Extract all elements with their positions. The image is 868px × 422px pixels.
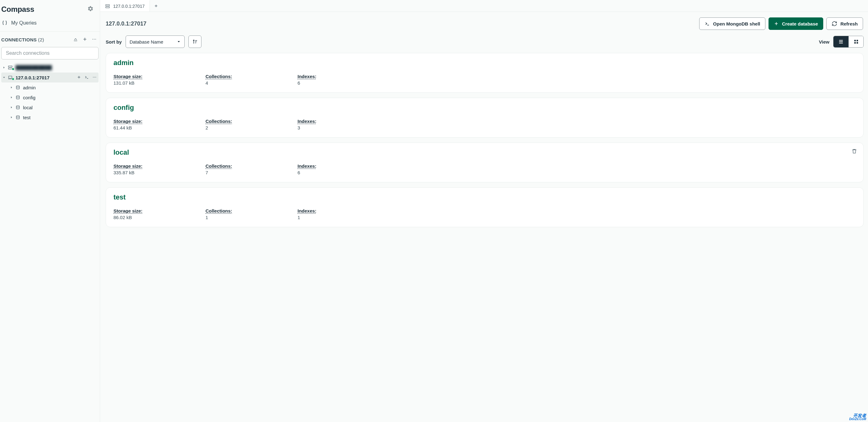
sort-select[interactable]: Database Name: [126, 35, 185, 48]
open-shell-button[interactable]: [84, 75, 89, 80]
chevron-right-icon: [9, 116, 14, 119]
collections-value: 2: [206, 125, 298, 131]
collections-value: 1: [206, 215, 298, 220]
indexes-stat: Indexes: 3: [298, 118, 390, 131]
search-connections-input[interactable]: [1, 47, 98, 59]
indexes-label: Indexes:: [298, 74, 316, 79]
connection-item-active[interactable]: 127.0.0.1:27017: [1, 73, 98, 82]
database-card[interactable]: config Storage size: 61.44 kB Collection…: [106, 98, 864, 138]
svg-point-8: [95, 77, 96, 78]
connections-count: (2): [38, 37, 44, 42]
new-tab-button[interactable]: [150, 0, 162, 11]
indexes-stat: Indexes: 1: [298, 208, 390, 220]
delete-database-button[interactable]: [851, 148, 857, 155]
collections-value: 7: [206, 170, 298, 175]
svg-rect-13: [106, 4, 110, 6]
indexes-value: 3: [298, 125, 390, 131]
ellipsis-icon: [92, 37, 97, 42]
view-grid-button[interactable]: [848, 36, 863, 47]
server-icon: [105, 4, 110, 9]
sidebar: Compass My Queries CONNECTIONS (2): [0, 0, 100, 422]
database-label: admin: [23, 85, 97, 90]
database-label: config: [23, 95, 97, 100]
connection-item[interactable]: ███████████: [1, 62, 98, 73]
storage-label: Storage size:: [114, 163, 143, 169]
open-shell-label: Open MongoDB shell: [713, 21, 761, 26]
connection-label: 127.0.0.1:27017: [16, 75, 77, 80]
storage-label: Storage size:: [114, 118, 143, 124]
storage-value: 335.87 kB: [114, 170, 206, 175]
connections-header: CONNECTIONS (2): [0, 32, 100, 46]
database-icon: [14, 105, 21, 110]
collapse-icon: [73, 37, 78, 42]
database-tree-item[interactable]: local: [1, 103, 98, 112]
refresh-button[interactable]: Refresh: [826, 18, 863, 30]
header-actions: Open MongoDB shell Create database Refre…: [699, 18, 863, 30]
view-list-button[interactable]: [834, 36, 848, 47]
status-dot-icon: [12, 68, 14, 70]
tab-connection[interactable]: 127.0.0.1:27017: [100, 0, 150, 11]
database-label: test: [23, 115, 97, 120]
svg-point-11: [16, 106, 19, 107]
collections-label: Collections:: [206, 163, 232, 169]
connections-more-button[interactable]: [92, 37, 97, 43]
my-queries-nav[interactable]: My Queries: [0, 17, 100, 32]
indexes-stat: Indexes: 6: [298, 74, 390, 86]
chevron-down-icon: [177, 40, 181, 44]
braces-icon: [2, 20, 7, 26]
storage-stat: Storage size: 61.44 kB: [114, 118, 206, 131]
search-connections: [1, 47, 98, 59]
database-name: config: [114, 104, 856, 112]
collections-label: Collections:: [206, 118, 232, 124]
chevron-right-icon: [9, 106, 14, 109]
connection-more-button[interactable]: [92, 75, 97, 80]
svg-rect-3: [8, 66, 12, 67]
indexes-value: 6: [298, 80, 390, 86]
collections-stat: Collections: 7: [206, 163, 298, 175]
toolbar-left: Sort by Database Name: [106, 35, 202, 48]
sort-direction-button[interactable]: [188, 35, 202, 48]
add-database-button[interactable]: [77, 75, 81, 80]
storage-value: 131.07 kB: [114, 80, 206, 86]
connection-tree: ███████████ 127.0.0.1:27017: [0, 62, 100, 122]
storage-label: Storage size:: [114, 208, 143, 214]
svg-point-0: [92, 39, 93, 39]
database-tree-item[interactable]: config: [1, 92, 98, 103]
database-icon: [14, 115, 21, 120]
add-connection-button[interactable]: [82, 37, 87, 43]
list-icon: [838, 39, 844, 45]
plus-icon: [82, 37, 87, 42]
svg-rect-15: [854, 40, 856, 41]
connections-label-text: CONNECTIONS: [1, 37, 37, 42]
svg-rect-16: [857, 40, 858, 41]
gear-icon: [87, 6, 94, 12]
storage-value: 86.02 kB: [114, 215, 206, 220]
refresh-label: Refresh: [840, 21, 858, 26]
my-queries-label: My Queries: [11, 20, 37, 26]
open-shell-button[interactable]: Open MongoDB shell: [699, 18, 766, 30]
database-card[interactable]: test Storage size: 86.02 kB Collections:…: [106, 187, 864, 227]
create-database-button[interactable]: Create database: [769, 18, 823, 30]
plus-icon: [154, 4, 158, 8]
refresh-icon: [832, 21, 837, 26]
database-card[interactable]: local Storage size: 335.87 kB Collection…: [106, 143, 864, 182]
tab-label: 127.0.0.1:27017: [113, 4, 145, 9]
database-tree-item[interactable]: admin: [1, 82, 98, 92]
database-stats: Storage size: 131.07 kB Collections: 4 I…: [114, 74, 856, 86]
sidebar-header: Compass: [0, 0, 100, 17]
view-label: View: [819, 39, 830, 45]
database-tree-item[interactable]: test: [1, 112, 98, 122]
indexes-value: 6: [298, 170, 390, 175]
database-name: local: [114, 148, 856, 157]
database-card[interactable]: admin Storage size: 131.07 kB Collection…: [106, 53, 864, 93]
collections-stat: Collections: 2: [206, 118, 298, 131]
trash-icon: [851, 148, 857, 154]
svg-rect-18: [857, 42, 858, 44]
database-stats: Storage size: 61.44 kB Collections: 2 In…: [114, 118, 856, 131]
settings-button[interactable]: [86, 4, 95, 14]
collapse-all-button[interactable]: [73, 37, 78, 43]
chevron-right-icon: [1, 66, 7, 69]
status-dot-icon: [12, 78, 14, 80]
sort-icon: [192, 39, 198, 45]
watermark: 开发者 DevZe.CoM: [849, 413, 866, 421]
